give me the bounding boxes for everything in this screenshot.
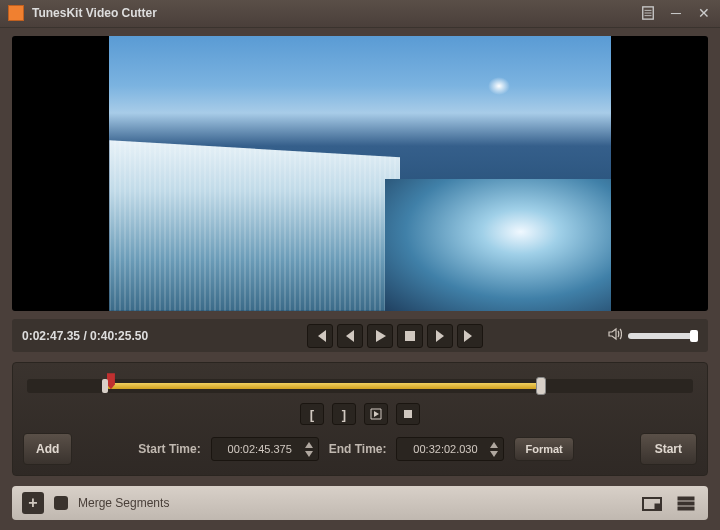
format-button[interactable]: Format — [514, 437, 573, 461]
start-time-input[interactable]: 00:02:45.375 — [211, 437, 319, 461]
app-icon — [8, 5, 24, 21]
current-time: 0:02:47.35 — [22, 329, 80, 343]
svg-rect-8 — [678, 497, 694, 500]
delete-segment-button[interactable] — [396, 403, 420, 425]
volume-icon[interactable] — [608, 327, 622, 344]
end-time-input[interactable]: 00:32:02.030 — [396, 437, 504, 461]
merge-checkbox[interactable] — [54, 496, 68, 510]
svg-rect-7 — [655, 504, 661, 509]
svg-rect-9 — [678, 502, 694, 505]
merge-label: Merge Segments — [78, 496, 169, 510]
range-end-handle[interactable] — [536, 377, 546, 395]
end-time-label: End Time: — [329, 442, 387, 456]
start-time-label: Start Time: — [138, 442, 200, 456]
bottom-bar: + Merge Segments — [12, 486, 708, 520]
video-frame — [109, 36, 610, 311]
video-preview[interactable] — [12, 36, 708, 311]
titlebar: TunesKit Video Cutter ─ ✕ — [0, 0, 720, 28]
start-time-up[interactable] — [304, 441, 314, 449]
start-time-down[interactable] — [304, 450, 314, 458]
list-view-icon[interactable] — [674, 493, 698, 513]
range-start-handle[interactable] — [102, 379, 108, 393]
svg-rect-10 — [678, 507, 694, 510]
preview-segment-button[interactable] — [364, 403, 388, 425]
app-title: TunesKit Video Cutter — [32, 6, 640, 20]
svg-rect-4 — [405, 331, 415, 341]
app-window: TunesKit Video Cutter ─ ✕ 0:02:47.35 / 0… — [0, 0, 720, 530]
add-button[interactable]: Add — [23, 433, 72, 465]
end-time-up[interactable] — [489, 441, 499, 449]
end-time-down[interactable] — [489, 450, 499, 458]
total-time: 0:40:25.50 — [90, 329, 148, 343]
play-button[interactable] — [367, 324, 393, 348]
close-button[interactable]: ✕ — [696, 5, 712, 21]
timeline-selection — [107, 383, 547, 389]
timeline-track[interactable] — [27, 379, 693, 393]
add-segment-button[interactable]: + — [22, 492, 44, 514]
step-back-button[interactable] — [337, 324, 363, 348]
playback-controls: 0:02:47.35 / 0:40:25.50 — [12, 319, 708, 353]
volume-thumb[interactable] — [690, 330, 698, 342]
volume-slider[interactable] — [628, 333, 698, 339]
start-button[interactable]: Start — [640, 433, 697, 465]
prev-segment-button[interactable] — [307, 324, 333, 348]
step-forward-button[interactable] — [427, 324, 453, 348]
output-folder-icon[interactable] — [640, 493, 664, 513]
end-time-value: 00:32:02.030 — [401, 443, 489, 455]
start-time-value: 00:02:45.375 — [216, 443, 304, 455]
next-segment-button[interactable] — [457, 324, 483, 348]
minimize-button[interactable]: ─ — [668, 5, 684, 21]
time-display: 0:02:47.35 / 0:40:25.50 — [22, 329, 202, 343]
stop-button[interactable] — [397, 324, 423, 348]
svg-rect-5 — [404, 410, 412, 418]
timeline-panel: [ ] Add Start Time: 00:02:45.375 End Tim… — [12, 362, 708, 476]
menu-icon[interactable] — [640, 5, 656, 21]
set-start-button[interactable]: [ — [300, 403, 324, 425]
set-end-button[interactable]: ] — [332, 403, 356, 425]
